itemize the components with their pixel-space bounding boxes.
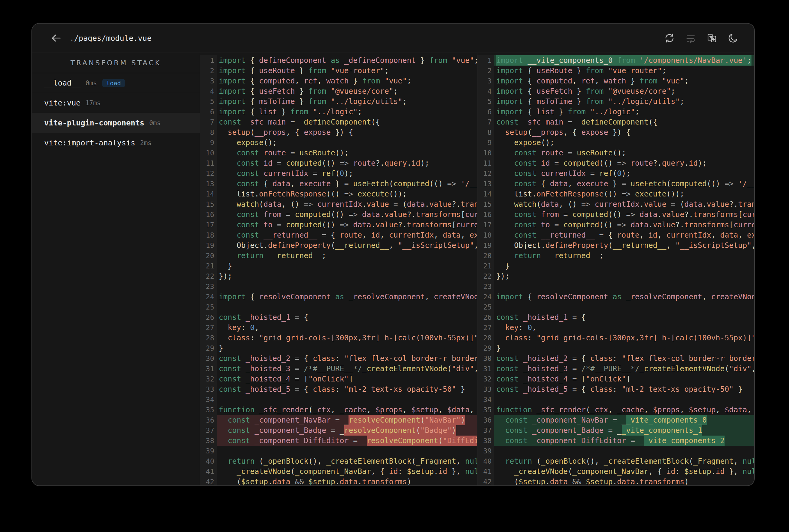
code-line: 39 xyxy=(200,446,477,456)
line-number: 32 xyxy=(200,374,217,384)
diff-view: 1import { defineComponent as _defineComp… xyxy=(200,53,754,486)
diff-panel-after[interactable]: 1import __vite_components_0 from '/compo… xyxy=(477,53,754,486)
line-number: 26 xyxy=(200,312,217,323)
line-code: } xyxy=(217,261,477,271)
title-path: /pages/module.vue xyxy=(74,34,151,43)
code-line: 41 _createVNode(_component_NavBar, { id:… xyxy=(477,467,754,477)
sidebar-item-vite-import-analysis[interactable]: vite:import-analysis2ms xyxy=(32,133,200,153)
code-line: 10 const route = useRoute(); xyxy=(200,148,477,158)
plugin-time: 2ms xyxy=(140,139,151,147)
line-number: 8 xyxy=(477,127,494,137)
plugin-name: vite:import-analysis xyxy=(44,138,135,147)
sidebar-item-vite-plugin-components[interactable]: vite-plugin-components0ms xyxy=(32,113,200,133)
code-line: 35function _sfc_render(_ctx, _cache, $pr… xyxy=(477,405,754,415)
back-button[interactable] xyxy=(50,32,62,44)
line-code xyxy=(217,395,477,405)
line-number: 10 xyxy=(477,148,494,158)
line-code: const _component_NavBar = __vite_compone… xyxy=(494,415,754,425)
plugin-time: 17ms xyxy=(85,99,101,107)
code-line: 32const _hoisted_4 = ["onClick"] xyxy=(477,374,754,384)
code-line: 17 const to = computed(() => data.value?… xyxy=(477,220,754,230)
code-line: 3import { computed, ref, watch } from "v… xyxy=(477,76,754,86)
line-number: 30 xyxy=(477,353,494,364)
diff-panel-before[interactable]: 1import { defineComponent as _defineComp… xyxy=(200,53,477,486)
diff-view-button[interactable] xyxy=(707,33,717,43)
line-code: }); xyxy=(494,271,754,281)
code-line: 26const _hoisted_1 = { xyxy=(200,312,477,323)
line-number: 31 xyxy=(477,364,494,374)
code-line: 22}); xyxy=(200,271,477,281)
sidebar-item-vite-vue[interactable]: vite:vue17ms xyxy=(32,93,200,113)
page-title: ./pages/module.vue xyxy=(70,34,151,43)
sidebar-item-load[interactable]: __load__0msload xyxy=(32,73,200,93)
line-number: 41 xyxy=(200,467,217,477)
line-wrap-button[interactable] xyxy=(685,33,696,43)
line-number: 7 xyxy=(200,117,217,127)
code-line: 10 const route = useRoute(); xyxy=(477,148,754,158)
code-line: 21 } xyxy=(477,261,754,271)
moon-icon xyxy=(728,33,738,43)
line-number: 27 xyxy=(200,323,217,333)
line-code: const __returned__ = { route, id, curren… xyxy=(494,230,754,240)
line-number: 16 xyxy=(200,209,217,220)
code-line: 2import { useRoute } from "vue-router"; xyxy=(200,65,477,76)
line-code: expose(); xyxy=(217,137,477,148)
line-code: list.onFetchResponse(() => execute()); xyxy=(494,189,754,199)
line-code: _createVNode(_component_NavBar, { id: $s… xyxy=(217,467,477,477)
code-line: 8 setup(__props, { expose }) { xyxy=(200,127,477,137)
line-code: } xyxy=(494,343,754,353)
line-code: ($setup.data && $setup.data.transforms) xyxy=(494,477,754,486)
code-line: 33const _hoisted_5 = { class: "ml-2 text… xyxy=(200,384,477,395)
code-line: 19 Object.defineProperty(__returned__, "… xyxy=(200,240,477,251)
line-code: function _sfc_render(_ctx, _cache, $prop… xyxy=(217,405,477,415)
code-line: 1import { defineComponent as _defineComp… xyxy=(200,55,477,65)
line-number: 37 xyxy=(200,425,217,436)
plugin-time: 0ms xyxy=(85,79,97,87)
line-code: const _sfc_main = _defineComponent({ xyxy=(494,117,754,127)
line-number: 33 xyxy=(477,384,494,395)
plugin-name: vite-plugin-components xyxy=(44,118,144,127)
line-code: import { msToTime } from "../logic/utils… xyxy=(217,96,477,107)
code-line: 18 const __returned__ = { route, id, cur… xyxy=(200,230,477,240)
line-code: const _component_Badge = _resolveCompone… xyxy=(217,425,477,436)
line-number: 1 xyxy=(477,55,494,65)
code-line: 12 const currentIdx = ref(0); xyxy=(200,168,477,179)
line-code: const to = computed(() => data.value?.tr… xyxy=(494,220,754,230)
line-code: const _component_DiffEditor = __vite_com… xyxy=(494,436,754,446)
line-code: return (_openBlock(), _createElementBloc… xyxy=(217,456,477,467)
line-number: 9 xyxy=(477,137,494,148)
line-code: import { useRoute } from "vue-router"; xyxy=(217,65,477,76)
line-code: const route = useRoute(); xyxy=(217,148,477,158)
line-code: const _hoisted_4 = ["onClick"] xyxy=(217,374,477,384)
line-number: 14 xyxy=(200,189,217,199)
line-code: return (_openBlock(), _createElementBloc… xyxy=(494,456,754,467)
line-code: function _sfc_render(_ctx, _cache, $prop… xyxy=(494,405,754,415)
line-code: const _hoisted_1 = { xyxy=(217,312,477,323)
line-number: 23 xyxy=(200,281,217,292)
line-code: const { data, execute } = useFetch(compu… xyxy=(494,179,754,189)
line-number: 21 xyxy=(477,261,494,271)
line-code: key: 0, xyxy=(217,323,477,333)
line-number: 3 xyxy=(200,76,217,86)
line-code: const id = computed(() => route?.query.i… xyxy=(494,158,754,168)
line-code: const currentIdx = ref(0); xyxy=(217,168,477,179)
line-number: 12 xyxy=(200,168,217,179)
line-number: 26 xyxy=(477,312,494,323)
line-code: const _hoisted_4 = ["onClick"] xyxy=(494,374,754,384)
refresh-button[interactable] xyxy=(664,33,675,43)
transform-stack-sidebar: TRANSFORM STACK __load__0msloadvite:vue1… xyxy=(32,53,200,486)
line-number: 13 xyxy=(477,179,494,189)
line-code: import { resolveComponent as _resolveCom… xyxy=(494,292,754,302)
line-number: 23 xyxy=(477,281,494,292)
line-code xyxy=(494,302,754,312)
code-line: 39 xyxy=(477,446,754,456)
line-number: 21 xyxy=(200,261,217,271)
code-line: 5import { msToTime } from "../logic/util… xyxy=(477,96,754,107)
line-code: import { computed, ref, watch } from "vu… xyxy=(217,76,477,86)
line-number: 36 xyxy=(200,415,217,425)
dark-mode-toggle[interactable] xyxy=(728,33,738,43)
code-line: 27 key: 0, xyxy=(200,323,477,333)
line-number: 17 xyxy=(200,220,217,230)
line-number: 4 xyxy=(200,86,217,96)
line-number: 31 xyxy=(200,364,217,374)
